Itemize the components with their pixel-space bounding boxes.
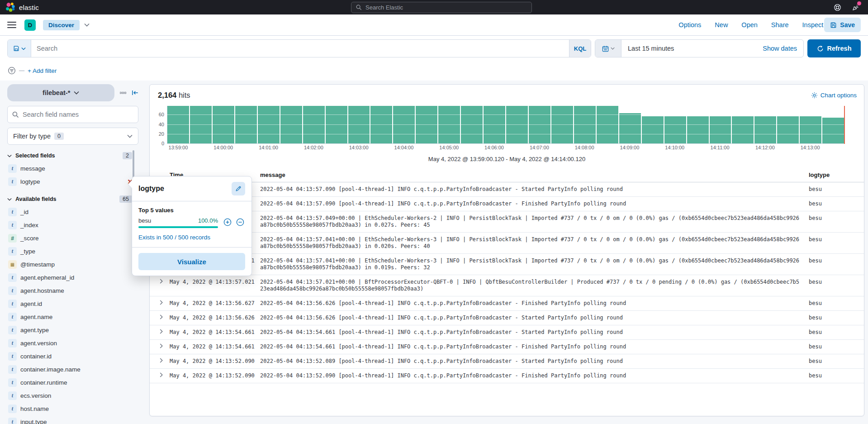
exists-in-records-link[interactable]: Exists in 500 / 500 records [138,234,245,241]
date-quick-select-button[interactable] [595,40,621,57]
histogram-bar[interactable] [619,113,641,144]
table-header-logtype[interactable]: logtype [809,172,859,178]
collapse-sidebar-icon[interactable] [132,90,138,96]
chevron-down-icon[interactable] [84,23,90,27]
field-item[interactable]: t agent.ephemeral_id [7,271,138,284]
time-range-label[interactable]: Last 15 minutes [621,45,674,52]
help-icon[interactable] [833,3,842,12]
top-menu-link[interactable]: New [715,21,728,29]
refresh-button[interactable]: Refresh [807,39,861,57]
histogram-bar[interactable] [574,106,596,144]
add-filter-button[interactable]: + Add filter [28,67,57,74]
edit-field-button[interactable] [232,182,245,195]
histogram-bar[interactable] [551,106,573,144]
field-item[interactable]: t container.runtime [7,376,138,389]
histogram-bar[interactable] [280,106,302,144]
top-menu-link[interactable]: Inspect [802,21,824,29]
histogram-bar[interactable] [303,106,325,144]
histogram-bar[interactable] [190,106,212,144]
row-logtype-cell: besu [809,186,859,193]
histogram-bar[interactable] [416,106,437,144]
boxes-horizontal-icon[interactable] [120,92,126,94]
histogram-bar[interactable] [484,106,505,144]
histogram-bar[interactable] [370,106,392,144]
histogram-bar[interactable] [597,106,618,144]
field-item[interactable]: ▦ @timestamp [7,258,138,271]
field-item[interactable]: t container.id [7,350,138,363]
histogram-bar[interactable] [348,106,370,144]
breadcrumb[interactable]: Discover [43,20,80,30]
field-item[interactable]: t agent.name [7,310,138,324]
visualize-button[interactable]: Visualize [138,253,245,270]
expand-row-icon[interactable] [159,329,170,334]
histogram-bar[interactable] [167,106,189,144]
expand-row-icon[interactable] [159,343,170,348]
histogram-bar[interactable] [438,106,460,144]
filter-for-value-icon[interactable] [223,218,232,226]
histogram-bar[interactable] [642,116,664,144]
top-menu-link[interactable]: Options [678,21,701,29]
field-search-input[interactable]: Search field names [7,106,138,123]
field-item[interactable]: t ecs.version [7,389,138,402]
histogram-bar[interactable] [687,116,709,144]
expand-row-icon[interactable] [159,279,170,284]
menu-icon[interactable] [7,20,16,30]
selected-fields-header[interactable]: Selected fields 2 [7,152,138,159]
histogram-bar[interactable] [822,118,844,144]
saved-query-menu-button[interactable] [8,40,31,57]
elastic-logo[interactable]: elastic [0,2,39,12]
histogram-plot[interactable] [167,106,844,144]
field-item[interactable]: t _index [7,219,138,232]
expand-row-icon[interactable] [159,358,170,363]
histogram-bar[interactable] [393,106,415,144]
field-item-message[interactable]: t message [7,162,138,175]
histogram-bar[interactable] [213,106,234,144]
field-item[interactable]: t agent.type [7,324,138,337]
histogram-bar[interactable] [754,116,776,144]
global-search-input[interactable]: Search Elastic [351,2,532,13]
filter-by-type-select[interactable]: Filter by type 0 [7,128,138,145]
histogram-bar[interactable] [326,106,347,144]
top-menu-link[interactable]: Share [771,21,789,29]
field-item[interactable]: t _id [7,205,138,219]
histogram-bar[interactable] [506,106,528,144]
index-pattern-switcher[interactable]: filebeat-* [7,84,114,101]
field-item[interactable]: t agent.hostname [7,284,138,297]
field-item[interactable]: t _type [7,245,138,258]
row-logtype-cell: besu [809,257,859,264]
histogram-bar[interactable] [777,116,799,144]
expand-row-icon[interactable] [159,372,170,377]
histogram-bar[interactable] [710,116,731,144]
field-item[interactable]: t input.type [7,415,138,424]
field-item[interactable]: t host.name [7,402,138,415]
field-item[interactable]: t agent.version [7,337,138,350]
expand-row-icon[interactable] [159,300,170,305]
top-menu-link[interactable]: Open [741,21,757,29]
filter-out-value-icon[interactable] [236,218,244,226]
table-header-message[interactable]: message [260,172,809,178]
query-language-button[interactable]: KQL [569,40,591,57]
histogram-bar[interactable] [664,116,686,144]
field-item[interactable]: t agent.id [7,297,138,310]
save-button[interactable]: Save [824,18,861,32]
histogram-bar[interactable] [800,116,821,144]
query-search-input[interactable] [31,40,569,57]
available-fields-header[interactable]: Available fields 65 [7,195,138,203]
histogram-bar[interactable] [258,106,280,144]
histogram-bar[interactable] [732,116,754,144]
fields-sidebar: filebeat-* Search field names [7,84,138,424]
histogram-bar[interactable] [529,106,550,144]
field-item[interactable]: t container.image.name [7,363,138,376]
newsfeed-icon[interactable] [851,3,860,12]
histogram-bar[interactable] [461,106,483,144]
histogram-bar[interactable] [235,106,257,144]
chart-options-button[interactable]: Chart options [811,92,857,99]
x-axis-tick-label: 14:08:00 [575,145,594,150]
field-item-logtype[interactable]: t logtype ✕ [7,175,138,188]
show-dates-button[interactable]: Show dates [763,45,803,52]
table-row: 2022-05-04 04:13:57.090 [pool-4-thread-1… [150,182,864,197]
field-item[interactable]: # _score [7,232,138,245]
filter-set-icon[interactable] [8,67,16,75]
space-badge[interactable]: D [24,19,36,31]
expand-row-icon[interactable] [159,314,170,319]
